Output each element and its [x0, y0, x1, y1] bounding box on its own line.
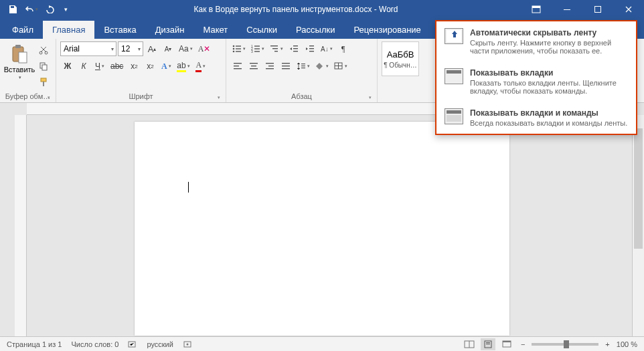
auto-hide-icon: [445, 28, 463, 44]
tab-review[interactable]: Рецензирование: [344, 21, 430, 39]
qat-customize-button[interactable]: ▾: [60, 1, 71, 17]
increase-indent-button[interactable]: [303, 41, 317, 56]
maximize-button[interactable]: [582, 0, 613, 19]
superscript-button[interactable]: x2: [143, 59, 157, 74]
zoom-out-button[interactable]: −: [518, 340, 528, 348]
tab-references[interactable]: Ссылки: [237, 21, 287, 39]
zoom-level[interactable]: 100 %: [617, 340, 637, 348]
grow-font-button[interactable]: A▴: [145, 41, 159, 56]
font-color-button[interactable]: A: [193, 59, 208, 74]
svg-rect-36: [234, 68, 242, 69]
borders-button[interactable]: [332, 59, 349, 74]
status-word-count[interactable]: Число слов: 0: [71, 340, 118, 348]
align-left-button[interactable]: [230, 59, 245, 74]
view-read-mode[interactable]: [462, 338, 477, 350]
paste-button[interactable]: Вставить: [4, 41, 35, 83]
tab-layout[interactable]: Макет: [193, 21, 237, 39]
svg-rect-58: [486, 342, 490, 343]
font-size-combo[interactable]: 12: [118, 41, 143, 56]
svg-rect-1: [532, 6, 540, 8]
undo-button[interactable]: [23, 1, 40, 17]
status-language[interactable]: русский: [147, 340, 173, 348]
change-case-button[interactable]: Aa: [177, 41, 195, 56]
title-bar: ▾ Как в Ворде вернуть панель инструменто…: [0, 0, 644, 19]
svg-rect-46: [301, 64, 305, 64]
text-effects-button[interactable]: A: [159, 59, 173, 74]
tab-file[interactable]: Файл: [3, 21, 43, 39]
view-print-layout[interactable]: [481, 338, 495, 350]
style-preview[interactable]: АаБбВ ¶ Обычн…: [382, 41, 419, 76]
font-family-combo[interactable]: Arial: [60, 41, 116, 56]
tab-home[interactable]: Главная: [43, 21, 94, 39]
ribbon-display-options-button[interactable]: [521, 0, 552, 19]
text-cursor: [188, 182, 189, 193]
sort-button[interactable]: A↓: [319, 41, 335, 56]
decrease-indent-button[interactable]: [287, 41, 301, 56]
multilevel-list-button[interactable]: [268, 41, 285, 56]
scrollbar-thumb[interactable]: [634, 128, 643, 249]
numbering-button[interactable]: 123: [249, 41, 266, 56]
vertical-scrollbar[interactable]: [632, 115, 644, 336]
align-right-button[interactable]: [262, 59, 277, 74]
line-spacing-button[interactable]: [295, 59, 312, 74]
show-commands-icon: [445, 108, 463, 124]
svg-rect-14: [236, 45, 241, 46]
svg-point-15: [233, 48, 235, 50]
svg-rect-30: [293, 51, 298, 51]
document-page[interactable]: [135, 122, 509, 336]
clear-formatting-button[interactable]: A✕: [196, 41, 213, 56]
copy-button[interactable]: [36, 59, 51, 74]
justify-button[interactable]: [278, 59, 293, 74]
format-painter-button[interactable]: [36, 75, 51, 90]
zoom-slider-knob[interactable]: [564, 340, 569, 348]
subscript-button[interactable]: x2: [127, 59, 141, 74]
svg-rect-22: [254, 48, 260, 49]
tab-insert[interactable]: Вставка: [94, 21, 145, 39]
group-clipboard: Вставить Буфер обм…: [0, 39, 56, 102]
svg-rect-44: [282, 66, 290, 66]
save-button[interactable]: [4, 1, 21, 17]
svg-rect-2: [564, 9, 570, 10]
highlight-button[interactable]: ab: [175, 59, 191, 74]
svg-rect-5: [15, 45, 21, 48]
svg-rect-33: [309, 51, 314, 51]
zoom-in-button[interactable]: +: [602, 340, 612, 348]
option-show-tabs-commands[interactable]: Показывать вкладки и команды Всегда пока…: [436, 102, 636, 134]
minimize-button[interactable]: [552, 0, 582, 19]
italic-button[interactable]: К: [76, 59, 91, 74]
svg-rect-28: [293, 45, 298, 46]
bullets-button[interactable]: [230, 41, 248, 56]
workspace: [0, 103, 644, 336]
option-show-tabs[interactable]: Показывать вкладки Показать только вклад…: [436, 62, 636, 102]
svg-rect-37: [250, 63, 258, 64]
svg-rect-10: [42, 65, 47, 70]
svg-rect-18: [236, 51, 241, 51]
redo-button[interactable]: [42, 1, 59, 17]
strikethrough-button[interactable]: abc: [108, 59, 125, 74]
underline-button[interactable]: Ч: [92, 59, 107, 74]
show-tabs-icon: [445, 68, 463, 84]
svg-rect-45: [282, 68, 290, 69]
ribbon-display-options-menu: Автоматически скрывать ленту Скрыть лент…: [435, 20, 637, 135]
shading-button[interactable]: [313, 59, 331, 74]
close-button[interactable]: [613, 0, 644, 19]
group-label-font: Шрифт: [60, 90, 222, 102]
tab-design[interactable]: Дизайн: [146, 21, 194, 39]
option-auto-hide-ribbon[interactable]: Автоматически скрывать ленту Скрыть лент…: [436, 21, 636, 62]
zoom-slider[interactable]: [532, 343, 598, 346]
show-marks-button[interactable]: ¶: [336, 41, 351, 56]
svg-rect-25: [270, 45, 278, 46]
svg-point-54: [186, 343, 188, 345]
status-page[interactable]: Страница 1 из 1: [7, 340, 62, 348]
shrink-font-button[interactable]: A▾: [161, 41, 175, 56]
view-web-layout[interactable]: [499, 338, 514, 350]
svg-rect-26: [272, 48, 278, 49]
tab-mailings[interactable]: Рассылки: [287, 21, 344, 39]
status-spellcheck-icon[interactable]: [128, 340, 137, 348]
svg-rect-40: [266, 63, 274, 64]
bold-button[interactable]: Ж: [60, 59, 75, 74]
cut-button[interactable]: [36, 43, 51, 57]
status-macro-icon[interactable]: [183, 340, 192, 348]
align-center-button[interactable]: [246, 59, 261, 74]
svg-rect-12: [43, 82, 44, 86]
